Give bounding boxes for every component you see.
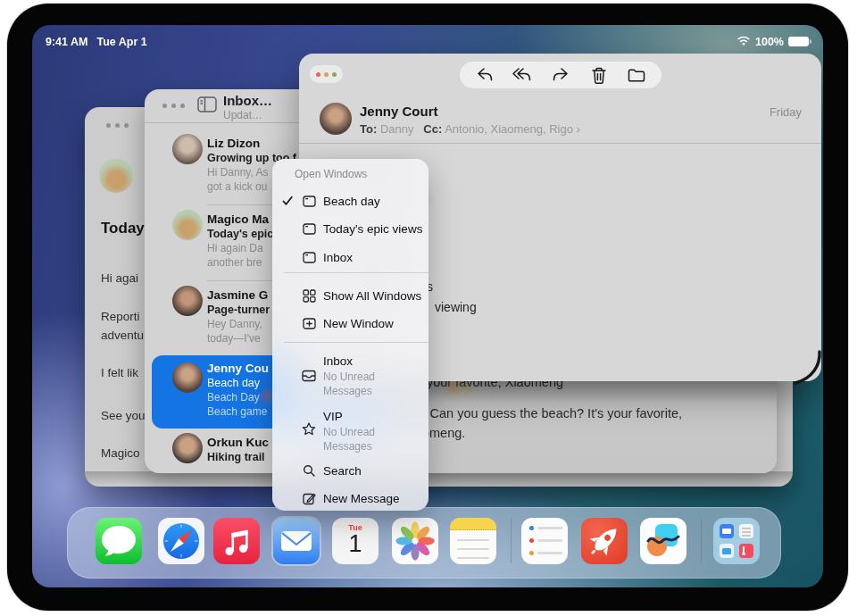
messages-app-icon[interactable] [96,518,142,564]
mail-tray-icon [300,369,318,383]
plus-square-icon [300,316,318,331]
window-controls-icon[interactable] [310,65,343,83]
body-line: Reporti [101,310,140,323]
blurred-emoji [262,392,271,401]
open-windows-menu: Open Windows Beach day Today's epic view… [272,159,428,511]
calendar-day: 1 [332,530,379,558]
window-controls-icon[interactable] [162,104,185,108]
sender-avatar [320,103,352,135]
body-line: Magico [101,446,140,460]
window-icon [300,221,318,237]
body-line: P.S. Can you guess the beach? It's your … [404,406,682,420]
cc-label: Cc: [423,122,442,136]
mini-folder-tile [720,544,734,558]
avatar [99,159,133,193]
mailbox-title: Inbox… [223,93,272,108]
blurred-emoji [448,384,458,393]
window-controls-icon[interactable] [106,123,129,128]
search-icon [300,463,318,479]
preview: today—I've [207,332,261,345]
preview: Hi Danny, As [207,166,268,179]
mail-app-icon[interactable] [273,518,320,564]
speech-bubble-icon [96,518,142,564]
avatar [172,134,203,164]
menu-separator [284,272,428,273]
forward-button[interactable] [547,63,574,87]
notes-header [450,518,496,530]
body-fragment: viewing [435,300,477,314]
preview: Hey Danny, [207,318,262,330]
trash-button[interactable] [586,63,612,87]
calendar-app-icon[interactable]: Tue 1 [332,518,379,564]
blurred-emoji [462,387,470,394]
status-bar-left: 9:41 AM Tue Apr 1 [46,36,147,48]
compass-icon [158,518,204,564]
safari-app-icon[interactable] [158,518,204,564]
music-note-icon [213,518,260,564]
zoom-icon[interactable] [332,72,337,77]
menu-item-new-window[interactable]: New Window [272,311,428,337]
to-value: Danny [380,122,414,136]
sender: Jasmine G [207,288,268,302]
dock: Tue 1 [67,507,781,579]
message-title: Today [101,220,145,237]
freeform-app-icon[interactable] [640,518,686,564]
subject: Page-turner [207,304,270,316]
body-line: See you [101,409,146,422]
grid-icon [300,288,318,304]
sender: Magico Ma [207,212,269,226]
mini-reminders-tile [739,524,753,538]
window-resize-indicator[interactable] [793,350,823,389]
reply-button[interactable] [471,63,498,87]
mailbox-subtitle: Updat… [223,109,262,121]
freeform-shapes-icon [640,518,686,564]
subject: Today's epic [207,228,273,240]
reply-all-button[interactable] [509,63,536,87]
screenshot-stage: 9:41 AM Tue Apr 1 100% Today Hi agai Rep… [0,0,857,616]
menu-item-inbox-window[interactable]: Inbox [272,245,428,271]
avatar [172,210,203,240]
ipad-device: 9:41 AM Tue Apr 1 100% Today Hi agai Rep… [7,4,848,611]
sidebar-toggle-icon[interactable] [196,95,218,118]
recipients-line[interactable]: To: Danny Cc: Antonio, Xiaomeng, Rigo › [360,122,580,136]
sender-name: Jenny Court [360,104,438,119]
body-line: Hi agai [101,271,138,285]
music-app-icon[interactable] [213,518,260,564]
flower-icon [392,518,438,564]
preview: got a kick ou [207,180,267,193]
status-bar-right: 100% [736,35,809,48]
app-library-icon[interactable] [713,518,760,564]
minimize-icon[interactable] [324,72,329,77]
battery-percent: 100% [755,36,784,48]
menu-item-beach-day[interactable]: Beach day [272,188,428,215]
rocket-app-icon[interactable] [581,518,628,564]
mini-music-tile [739,544,753,558]
to-label: To: [360,122,377,136]
photos-app-icon[interactable] [392,518,438,564]
compose-icon [300,491,318,506]
status-time: 9:41 AM [46,36,87,48]
preview: Hi again Da [207,242,263,254]
sender: Orkun Kuc [207,436,269,449]
reminders-app-icon[interactable] [521,518,568,564]
status-date: Tue Apr 1 [96,36,146,48]
sender: Jenny Cou [207,362,269,375]
divider [299,143,821,144]
menu-item-new-message[interactable]: New Message [272,486,428,511]
notes-app-icon[interactable] [450,518,496,564]
body-line: I felt lik [101,366,138,379]
divider [145,122,323,123]
close-icon[interactable] [316,72,320,77]
folder-button[interactable] [623,63,650,87]
avatar [172,433,203,463]
message-date: Friday [770,105,802,119]
star-icon [300,421,318,437]
preview: another bre [207,256,262,269]
mini-mail-tile [720,524,734,538]
checkmark-icon [281,195,294,211]
menu-item-todays-epic-views[interactable]: Today's epic views [272,216,428,243]
menu-item-show-all-windows[interactable]: Show All Windows [272,283,428,310]
window-icon [300,194,318,209]
menu-item-search[interactable]: Search [272,458,428,485]
ipad-screen: 9:41 AM Tue Apr 1 100% Today Hi agai Rep… [32,25,823,587]
